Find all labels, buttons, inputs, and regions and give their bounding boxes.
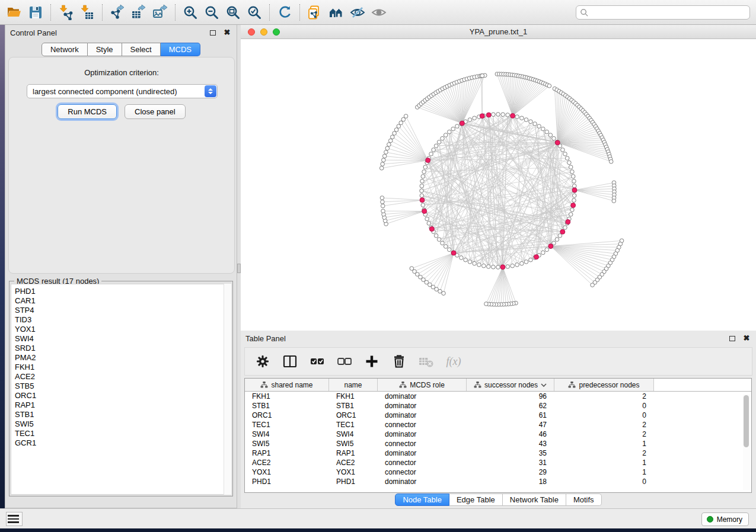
mcds-result-item[interactable]: FKH1 <box>15 363 231 372</box>
control-panel: Control Panel ✖ NetworkStyleSelectMCDS O… <box>5 25 237 508</box>
mcds-result-list[interactable]: PHD1CAR1STP4TID3YOX1SWI4SRD1PMA2FKH1ACE2… <box>11 284 231 495</box>
mcds-result-item[interactable]: PHD1 <box>15 287 231 296</box>
network-titlebar[interactable]: YPA_prune.txt_1 <box>241 25 756 39</box>
table-row[interactable]: PHD1PHD1dominator180 <box>245 477 751 486</box>
search-input[interactable] <box>589 8 746 17</box>
table-panel-window-buttons: ✖ <box>723 334 751 342</box>
table-cell: SWI5 <box>245 440 329 448</box>
float-table-panel-button[interactable] <box>728 334 737 342</box>
column-header-successor-nodes[interactable]: successor nodes <box>467 379 554 391</box>
mcds-panel: Optimization criterion: largest connecte… <box>8 57 235 274</box>
deselect-all-button[interactable] <box>335 352 354 371</box>
mcds-result-item[interactable]: TEC1 <box>15 429 231 438</box>
table-row[interactable]: ACE2ACE2connector311 <box>245 458 751 467</box>
add-column-button[interactable] <box>362 352 381 371</box>
table-row[interactable]: TEC1TEC1connector472 <box>245 420 751 430</box>
close-mcds-panel-button[interactable]: Close panel <box>125 104 186 119</box>
column-header-MCDS-role[interactable]: MCDS role <box>378 379 467 391</box>
optimization-criterion-label: Optimization criterion: <box>9 68 234 77</box>
table-row[interactable]: SWI4SWI4dominator462 <box>245 430 751 439</box>
mcds-result-item[interactable]: ORC1 <box>15 391 231 400</box>
node-table: shared namenameMCDS rolesuccessor nodesp… <box>244 378 752 493</box>
tab-node-table[interactable]: Node Table <box>395 493 449 506</box>
save-button[interactable] <box>25 2 46 23</box>
hide-graphics-details-button[interactable] <box>347 2 368 23</box>
table-row[interactable]: ORC1ORC1dominator610 <box>245 411 751 420</box>
tab-mcds[interactable]: MCDS <box>161 43 200 56</box>
zoom-out-button[interactable] <box>201 2 222 23</box>
memory-button[interactable]: Memory <box>701 512 749 526</box>
tab-motifs[interactable]: Motifs <box>566 493 602 506</box>
zoom-fit-button[interactable] <box>222 2 244 23</box>
show-graphics-details-button[interactable] <box>368 2 390 23</box>
open-file-button[interactable] <box>4 2 25 23</box>
tab-network[interactable]: Network <box>42 43 88 56</box>
zoom-selected-button[interactable] <box>244 2 265 23</box>
select-all-button[interactable] <box>308 352 327 371</box>
column-label: predecessor nodes <box>579 381 639 389</box>
table-cell: PHD1 <box>329 477 378 486</box>
network-overview-button[interactable] <box>326 2 347 23</box>
table-cell: 46 <box>467 430 554 438</box>
mcds-result-item[interactable]: STP4 <box>15 306 231 315</box>
status-bar: Memory <box>0 508 756 528</box>
column-header-predecessor-nodes[interactable]: predecessor nodes <box>554 379 654 391</box>
mcds-result-item[interactable]: CAR1 <box>15 296 231 306</box>
network-canvas[interactable] <box>241 39 756 330</box>
table-scrollbar[interactable] <box>743 394 750 490</box>
import-network-button[interactable] <box>55 2 76 23</box>
deselect-all-icon <box>337 354 352 369</box>
task-list-button[interactable] <box>6 512 23 526</box>
table-row[interactable]: RAP1RAP1dominator352 <box>245 448 751 458</box>
table-cell: RAP1 <box>329 449 378 457</box>
close-table-panel-button[interactable]: ✖ <box>742 334 751 342</box>
mcds-result-item[interactable]: TID3 <box>15 315 231 325</box>
refresh-icon <box>277 5 292 20</box>
mcds-result-item[interactable]: SWI4 <box>15 334 231 344</box>
clone-network-icon <box>307 5 323 20</box>
dropdown-stepper-icon <box>205 85 216 97</box>
zoom-in-button[interactable] <box>180 2 201 23</box>
run-mcds-button[interactable]: Run MCDS <box>58 104 117 119</box>
table-row[interactable]: STB1STB1dominator620 <box>245 401 751 411</box>
mcds-result-item[interactable]: STB5 <box>15 382 231 391</box>
clone-network-button[interactable] <box>304 2 326 23</box>
export-network-button[interactable] <box>107 2 128 23</box>
search-box[interactable] <box>576 5 750 20</box>
mcds-result-item[interactable]: SWI5 <box>15 419 231 429</box>
mcds-result-item[interactable]: YOX1 <box>15 325 231 334</box>
float-panel-button[interactable] <box>208 28 218 37</box>
table-row[interactable]: FKH1FKH1dominator962 <box>245 392 751 401</box>
close-panel-button[interactable]: ✖ <box>222 28 232 37</box>
network-graph[interactable] <box>241 39 756 330</box>
delete-column-button[interactable] <box>390 352 409 371</box>
hide-graphics-details-icon <box>350 5 365 20</box>
mcds-result-item[interactable]: RAP1 <box>15 400 231 410</box>
mcds-result-item[interactable]: GCR1 <box>15 438 231 448</box>
tab-select[interactable]: Select <box>122 43 161 56</box>
table-cell: 2 <box>554 430 654 438</box>
import-table-button[interactable] <box>76 2 98 23</box>
import-network-icon <box>58 5 74 20</box>
column-header-shared-name[interactable]: shared name <box>245 379 329 391</box>
table-row[interactable]: YOX1YOX1connector291 <box>245 467 751 477</box>
refresh-button[interactable] <box>274 2 295 23</box>
settings-gear-button[interactable] <box>253 352 272 371</box>
column-header-name[interactable]: name <box>329 379 378 391</box>
export-image-button[interactable] <box>149 2 171 23</box>
split-panel-button[interactable] <box>280 352 299 371</box>
mcds-result-scrollbar[interactable] <box>224 284 231 495</box>
mcds-result-item[interactable]: ACE2 <box>15 372 231 382</box>
tab-edge-table[interactable]: Edge Table <box>449 493 503 506</box>
criterion-dropdown[interactable]: largest connected component (undirected) <box>27 84 218 98</box>
tab-network-table[interactable]: Network Table <box>503 493 566 506</box>
export-table-button[interactable] <box>128 2 149 23</box>
table-cell: dominator <box>378 430 467 438</box>
table-cell: 2 <box>554 449 654 457</box>
mcds-result-item[interactable]: SRD1 <box>15 344 231 353</box>
mcds-result-item[interactable]: PMA2 <box>15 353 231 363</box>
table-row[interactable]: SWI5SWI5connector431 <box>245 439 751 448</box>
table-scrollbar-thumb[interactable] <box>744 395 749 447</box>
mcds-result-item[interactable]: STB1 <box>15 410 231 419</box>
tab-style[interactable]: Style <box>88 43 122 56</box>
